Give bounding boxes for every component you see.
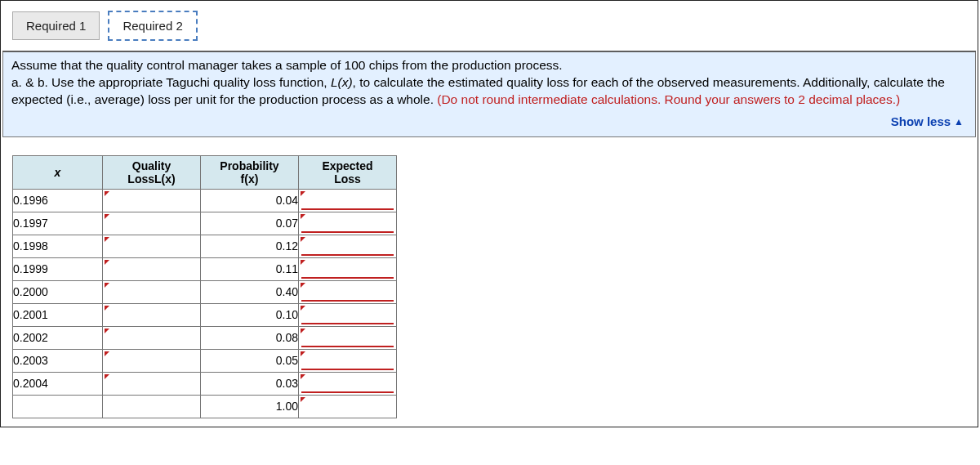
quality-loss-input[interactable] <box>103 280 201 303</box>
x-cell: 0.2004 <box>13 372 103 395</box>
prompt-line1: Assume that the quality control manager … <box>11 58 563 72</box>
probability-cell: 0.05 <box>201 349 299 372</box>
probability-cell: 0.11 <box>201 257 299 280</box>
quality-loss-input[interactable] <box>103 372 201 395</box>
quality-loss-input[interactable] <box>103 349 201 372</box>
hint-triangle-icon <box>301 351 305 356</box>
x-cell-empty <box>13 395 103 418</box>
underline-bar <box>301 369 394 370</box>
prompt-line2a: a. & b. Use the appropriate Taguchi qual… <box>11 75 331 89</box>
underline-bar <box>301 277 394 279</box>
hint-triangle-icon <box>301 237 305 242</box>
underline-bar <box>301 231 394 233</box>
prompt-hint: (Do not round intermediate calculations.… <box>437 92 900 106</box>
expected-loss-input[interactable] <box>299 303 397 326</box>
underline-bar <box>301 254 394 256</box>
tab-required-1[interactable]: Required 1 <box>12 11 100 40</box>
x-cell: 0.2001 <box>13 303 103 326</box>
underline-bar <box>301 346 394 347</box>
caret-up-icon: ▲ <box>954 115 964 128</box>
underline-bar <box>301 208 394 210</box>
hint-triangle-icon <box>301 214 305 219</box>
x-cell: 0.2003 <box>13 349 103 372</box>
quality-loss-input[interactable] <box>103 235 201 257</box>
tabs-row: Required 1 Required 2 <box>1 1 978 41</box>
hint-triangle-icon <box>301 397 305 402</box>
data-table: x QualityLossL(x) Probabilityf(x) Expect… <box>12 155 397 418</box>
probability-cell: 0.04 <box>201 189 299 212</box>
tab-required-2[interactable]: Required 2 <box>108 11 197 41</box>
underline-bar <box>301 323 394 324</box>
prompt-box: Assume that the quality control manager … <box>2 51 976 137</box>
show-less-toggle[interactable]: Show less ▲ <box>891 114 964 130</box>
probability-total: 1.00 <box>201 395 299 418</box>
quality-loss-input[interactable] <box>103 303 201 326</box>
table-row: 0.20020.08 <box>13 326 397 349</box>
hint-triangle-icon <box>105 237 109 242</box>
probability-cell: 0.08 <box>201 326 299 349</box>
x-cell: 0.1997 <box>13 212 103 235</box>
probability-cell: 0.40 <box>201 280 299 303</box>
hint-triangle-icon <box>105 374 109 379</box>
expected-loss-input[interactable] <box>299 235 397 257</box>
expected-loss-input[interactable] <box>299 189 397 212</box>
hint-triangle-icon <box>301 329 305 333</box>
expected-loss-input[interactable] <box>299 349 397 372</box>
x-cell: 0.1998 <box>13 235 103 257</box>
expected-loss-input[interactable] <box>299 257 397 280</box>
table-wrap: x QualityLossL(x) Probabilityf(x) Expect… <box>1 137 978 427</box>
expected-loss-input[interactable] <box>299 326 397 349</box>
header-probability: Probabilityf(x) <box>201 155 299 189</box>
underline-bar <box>301 300 394 302</box>
expected-loss-input[interactable] <box>299 372 397 395</box>
hint-triangle-icon <box>301 191 305 196</box>
x-cell: 0.2002 <box>13 326 103 349</box>
quality-loss-input[interactable] <box>103 212 201 235</box>
table-row-total: 1.00 <box>13 395 397 418</box>
probability-cell: 0.10 <box>201 303 299 326</box>
quality-loss-input[interactable] <box>103 326 201 349</box>
expected-loss-input[interactable] <box>299 212 397 235</box>
header-quality-loss: QualityLossL(x) <box>103 155 201 189</box>
table-row: 0.19980.12 <box>13 235 397 257</box>
hint-triangle-icon <box>301 260 305 265</box>
show-less-label: Show less <box>891 114 951 130</box>
hint-triangle-icon <box>105 283 109 288</box>
table-row: 0.19960.04 <box>13 189 397 212</box>
expected-loss-total-input[interactable] <box>299 395 397 418</box>
header-expected-loss: ExpectedLoss <box>299 155 397 189</box>
hint-triangle-icon <box>105 260 109 265</box>
table-row: 0.20010.10 <box>13 303 397 326</box>
table-row: 0.19970.07 <box>13 212 397 235</box>
expected-loss-input[interactable] <box>299 280 397 303</box>
quality-loss-empty <box>103 395 201 418</box>
table-row: 0.20000.40 <box>13 280 397 303</box>
hint-triangle-icon <box>301 283 305 288</box>
table-row: 0.19990.11 <box>13 257 397 280</box>
hint-triangle-icon <box>105 306 109 311</box>
probability-cell: 0.12 <box>201 235 299 257</box>
probability-cell: 0.03 <box>201 372 299 395</box>
hint-triangle-icon <box>301 374 305 379</box>
x-cell: 0.1996 <box>13 189 103 212</box>
question-container: Required 1 Required 2 Assume that the qu… <box>0 0 978 427</box>
hint-triangle-icon <box>105 351 109 356</box>
quality-loss-input[interactable] <box>103 257 201 280</box>
prompt-lx: L(x) <box>331 75 353 89</box>
table-row: 0.20030.05 <box>13 349 397 372</box>
header-x: x <box>13 155 103 189</box>
x-cell: 0.1999 <box>13 257 103 280</box>
underline-bar <box>301 391 394 393</box>
table-row: 0.20040.03 <box>13 372 397 395</box>
hint-triangle-icon <box>105 214 109 219</box>
x-cell: 0.2000 <box>13 280 103 303</box>
hint-triangle-icon <box>105 329 109 333</box>
quality-loss-input[interactable] <box>103 189 201 212</box>
hint-triangle-icon <box>301 306 305 311</box>
hint-triangle-icon <box>105 191 109 196</box>
probability-cell: 0.07 <box>201 212 299 235</box>
